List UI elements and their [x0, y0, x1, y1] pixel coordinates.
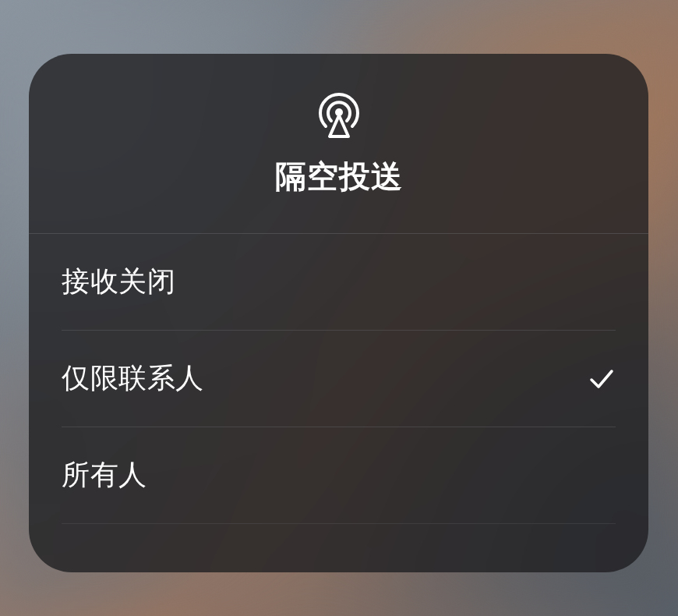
option-label: 所有人 — [62, 456, 147, 494]
airdrop-icon — [313, 90, 365, 141]
option-receiving-off[interactable]: 接收关闭 — [62, 234, 616, 331]
airdrop-panel: 隔空投送 接收关闭 仅限联系人 所有人 — [29, 54, 648, 572]
option-label: 仅限联系人 — [62, 359, 204, 398]
panel-header: 隔空投送 — [29, 54, 648, 234]
option-contacts-only[interactable]: 仅限联系人 — [62, 331, 616, 427]
option-label: 接收关闭 — [62, 263, 175, 301]
option-everyone[interactable]: 所有人 — [62, 427, 616, 524]
check-icon — [588, 365, 616, 393]
options-list: 接收关闭 仅限联系人 所有人 — [29, 234, 648, 524]
panel-title: 隔空投送 — [275, 155, 403, 198]
